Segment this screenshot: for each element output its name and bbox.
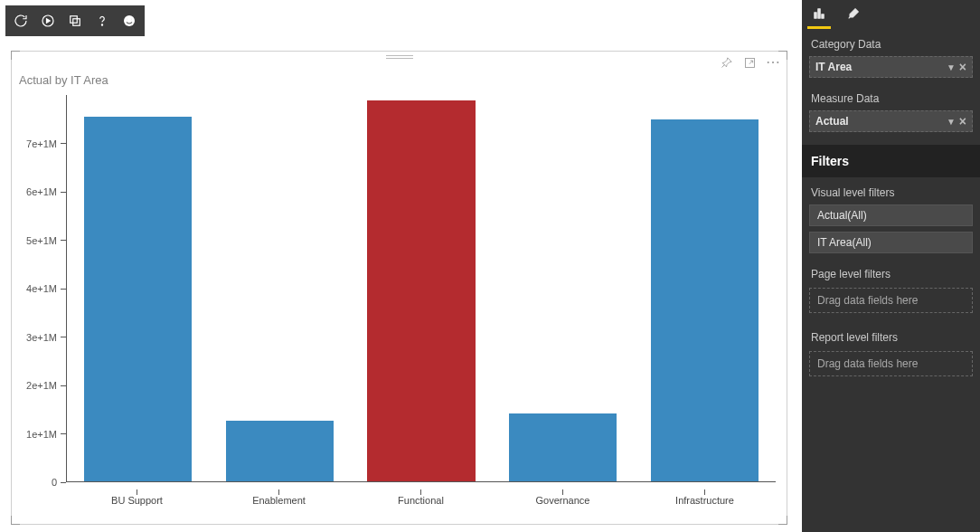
- paintbrush-icon: [846, 6, 861, 21]
- chart-area: 01e+1M2e+1M3e+1M4e+1M5e+1M6e+1M7e+1M BU …: [19, 95, 776, 515]
- pin-icon[interactable]: [718, 54, 734, 71]
- y-tick-label: 4e+1M: [26, 283, 57, 294]
- y-tick: 2e+1M: [26, 380, 66, 391]
- page-level-filters-label: Page level filters: [802, 259, 980, 286]
- x-label: BU Support: [66, 482, 208, 515]
- tab-fields[interactable]: [802, 0, 836, 27]
- svg-rect-1: [71, 16, 78, 24]
- remove-field-icon[interactable]: ×: [957, 114, 968, 128]
- bar[interactable]: [651, 119, 759, 481]
- category-field-well[interactable]: IT Area ▼ ×: [809, 56, 973, 78]
- x-label: Enablement: [208, 482, 350, 515]
- y-tick-label: 2e+1M: [26, 380, 57, 391]
- svg-point-4: [124, 15, 135, 26]
- svg-point-6: [131, 19, 133, 21]
- bar-slot: [209, 95, 351, 481]
- category-field-name: IT Area: [815, 61, 852, 73]
- y-tick-label: 6e+1M: [26, 186, 57, 197]
- report-level-filters-label: Report level filters: [802, 322, 980, 349]
- filter-chip[interactable]: Actual(All): [809, 204, 973, 226]
- y-tick-label: 1e+1M: [26, 429, 57, 440]
- y-tick: 3e+1M: [26, 332, 66, 343]
- y-tick-label: 5e+1M: [26, 235, 57, 246]
- visual-level-filters-label: Visual level filters: [802, 177, 980, 204]
- resize-handle-tl[interactable]: [11, 51, 20, 60]
- resize-handle-bl[interactable]: [11, 516, 20, 525]
- x-label: Infrastructure: [634, 482, 776, 515]
- y-tick: 6e+1M: [26, 186, 66, 197]
- y-tick: 4e+1M: [26, 283, 66, 294]
- y-tick-label: 3e+1M: [26, 332, 57, 343]
- refresh-button[interactable]: [7, 8, 34, 33]
- y-tick: 7e+1M: [26, 138, 66, 149]
- resize-handle-br[interactable]: [778, 516, 787, 525]
- chevron-down-icon[interactable]: ▼: [945, 117, 957, 127]
- bar[interactable]: [367, 100, 475, 481]
- measure-field-well[interactable]: Actual ▼ ×: [809, 110, 973, 132]
- svg-rect-9: [818, 9, 821, 19]
- svg-rect-10: [822, 14, 825, 19]
- focus-mode-icon[interactable]: [741, 54, 758, 71]
- copy-button[interactable]: [61, 8, 89, 33]
- bar-chart-icon: [812, 6, 826, 21]
- drag-handle-icon[interactable]: [386, 55, 413, 59]
- chart-title: Actual by IT Area: [19, 73, 108, 87]
- remove-field-icon[interactable]: ×: [957, 60, 968, 74]
- y-tick-label: 0: [52, 477, 57, 488]
- bar-slot: [351, 95, 493, 481]
- svg-rect-2: [73, 19, 80, 26]
- y-tick: 1e+1M: [26, 429, 66, 440]
- category-section-label: Category Data: [802, 29, 980, 56]
- bar-slot: [492, 95, 634, 481]
- bar[interactable]: [226, 421, 334, 481]
- report-level-drop-target[interactable]: Drag data fields here: [809, 351, 973, 376]
- svg-point-5: [127, 19, 128, 21]
- y-tick: 0: [52, 477, 66, 488]
- bar[interactable]: [509, 413, 617, 481]
- y-axis: 01e+1M2e+1M3e+1M4e+1M5e+1M6e+1M7e+1M: [19, 95, 66, 482]
- page-level-drop-target[interactable]: Drag data fields here: [809, 288, 973, 313]
- bar-slot: [67, 95, 209, 481]
- fields-panel: Category Data IT Area ▼ × Measure Data A…: [802, 0, 980, 532]
- svg-point-3: [101, 24, 102, 25]
- chevron-down-icon[interactable]: ▼: [945, 62, 957, 72]
- x-axis: BU SupportEnablementFunctionalGovernance…: [66, 482, 776, 515]
- measure-field-name: Actual: [815, 115, 849, 128]
- x-label: Functional: [350, 482, 492, 515]
- help-button[interactable]: [89, 8, 116, 33]
- filters-header: Filters: [802, 145, 980, 177]
- feedback-button[interactable]: [116, 8, 143, 33]
- more-options-icon[interactable]: ⋯: [765, 54, 781, 71]
- filter-chip[interactable]: IT Area(All): [809, 232, 973, 253]
- tab-format[interactable]: [836, 0, 871, 27]
- x-label: Governance: [492, 482, 634, 515]
- plot-area: [66, 95, 776, 482]
- y-tick: 5e+1M: [26, 235, 66, 246]
- chart-visual[interactable]: ⋯ Actual by IT Area 01e+1M2e+1M3e+1M4e+1…: [11, 51, 787, 525]
- y-tick-label: 7e+1M: [26, 138, 57, 149]
- play-button[interactable]: [34, 8, 61, 33]
- bar-slot: [634, 95, 776, 481]
- measure-section-label: Measure Data: [802, 83, 980, 110]
- dev-toolbar: [5, 5, 145, 36]
- bar[interactable]: [84, 117, 192, 481]
- svg-rect-8: [815, 13, 817, 19]
